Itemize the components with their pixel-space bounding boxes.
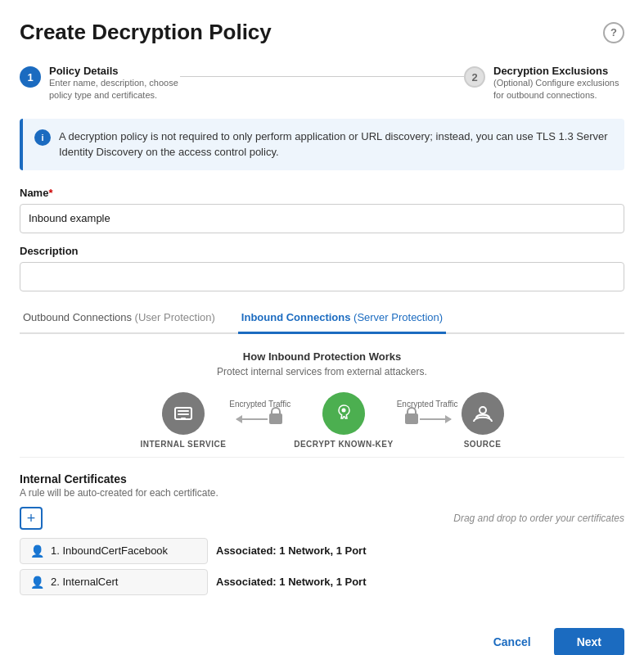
modal-header: Create Decryption Policy ? xyxy=(20,20,624,45)
left-arrow xyxy=(236,413,284,424)
decrypt-known-key-label: DECRYPT KNOWN-KEY xyxy=(294,440,393,449)
description-label: Description xyxy=(20,245,624,257)
step-1-desc: Enter name, description, choose policy t… xyxy=(49,77,180,102)
step-2-desc: (Optional) Configure exclusions for outb… xyxy=(493,77,624,102)
cert-row-1: 👤 1. InboundCertFacebook Associated: 1 N… xyxy=(20,538,624,564)
left-arrowhead xyxy=(236,415,242,423)
drag-hint: Drag and drop to order your certificates xyxy=(453,513,624,524)
modal-container: Create Decryption Policy ? 1 Policy Deta… xyxy=(0,0,644,655)
connection-tabs: Outbound Connections (User Protection) I… xyxy=(20,303,624,334)
info-icon: i xyxy=(34,129,51,146)
step-2-number: 2 xyxy=(464,66,485,88)
svg-rect-2 xyxy=(178,413,189,415)
footer: Cancel Next xyxy=(20,615,624,655)
cert-1-icon: 👤 xyxy=(30,544,44,558)
info-banner: i A decryption policy is not required to… xyxy=(20,119,624,170)
cancel-button[interactable]: Cancel xyxy=(480,629,544,655)
diagram-section: How Inbound Protection Works Protect int… xyxy=(20,334,624,458)
step-1-label: Policy Details xyxy=(49,65,180,77)
tab-inbound-type: (Server Protection) xyxy=(350,311,443,323)
node-internal-service: INTERNAL SERVICE xyxy=(140,392,226,449)
source-icon xyxy=(462,392,504,435)
step-2: 2 Decryption Exclusions (Optional) Confi… xyxy=(464,65,624,102)
next-button[interactable]: Next xyxy=(554,628,624,655)
certificates-title: Internal Certificates xyxy=(20,472,624,486)
info-text: A decryption policy is not required to o… xyxy=(59,129,613,160)
left-arrow-label: Encrypted Traffic xyxy=(229,400,290,409)
step-2-text: Decryption Exclusions (Optional) Configu… xyxy=(493,65,624,102)
internal-service-icon xyxy=(162,392,205,435)
add-certificate-button[interactable]: + xyxy=(20,507,43,530)
tab-outbound-label: Outbound Connections xyxy=(23,311,132,323)
node-decrypt-known-key: DECRYPT KNOWN-KEY xyxy=(294,392,393,449)
tab-outbound[interactable]: Outbound Connections (User Protection) xyxy=(20,303,218,334)
diagram-flow: INTERNAL SERVICE Encrypted Traffic xyxy=(20,392,624,449)
tab-inbound[interactable]: Inbound Connections (Server Protection) xyxy=(238,303,446,334)
right-arrow-label: Encrypted Traffic xyxy=(397,400,458,409)
steps-container: 1 Policy Details Enter name, description… xyxy=(20,65,624,102)
cert-1-name: 1. InboundCertFacebook xyxy=(51,544,168,557)
right-arrow xyxy=(403,413,451,424)
right-arrow-line xyxy=(420,418,451,420)
tab-inbound-label: Inbound Connections xyxy=(241,311,351,323)
certificates-subtitle: A rule will be auto-created for each cer… xyxy=(20,487,624,499)
node-source: SOURCE xyxy=(462,392,504,449)
certificates-section: Internal Certificates A rule will be aut… xyxy=(20,472,624,595)
name-input[interactable] xyxy=(20,204,624,233)
step-2-label: Decryption Exclusions xyxy=(493,65,624,77)
help-icon[interactable]: ? xyxy=(603,22,624,43)
diagram-title: How Inbound Protection Works xyxy=(20,350,624,363)
svg-rect-1 xyxy=(178,410,189,412)
lock-left xyxy=(269,413,282,424)
svg-rect-3 xyxy=(181,418,186,419)
left-arrow-line xyxy=(236,418,268,420)
description-field-section: Description xyxy=(20,245,624,291)
cert-row-2: 👤 2. InternalCert Associated: 1 Network,… xyxy=(20,569,624,595)
certificate-list: 👤 1. InboundCertFacebook Associated: 1 N… xyxy=(20,538,624,595)
page-title: Create Decryption Policy xyxy=(20,20,272,45)
source-label: SOURCE xyxy=(464,440,502,449)
right-arrow-group: Encrypted Traffic xyxy=(397,400,458,424)
tab-outbound-type: (User Protection) xyxy=(132,311,215,323)
svg-point-5 xyxy=(480,407,486,413)
step-1-number: 1 xyxy=(20,66,41,88)
cert-2-name: 2. InternalCert xyxy=(51,576,118,588)
certificates-toolbar: + Drag and drop to order your certificat… xyxy=(20,507,624,530)
name-field-section: Name* xyxy=(20,187,624,233)
decrypt-known-key-icon xyxy=(322,392,365,435)
step-1-text: Policy Details Enter name, description, … xyxy=(49,65,180,102)
description-input[interactable] xyxy=(20,262,624,291)
right-arrowhead xyxy=(445,415,452,423)
cert-item-2[interactable]: 👤 2. InternalCert xyxy=(20,569,208,595)
step-1: 1 Policy Details Enter name, description… xyxy=(20,65,180,102)
left-arrow-group: Encrypted Traffic xyxy=(229,400,290,424)
cert-1-association: Associated: 1 Network, 1 Port xyxy=(216,544,367,557)
internal-service-label: INTERNAL SERVICE xyxy=(140,440,226,449)
cert-item-1[interactable]: 👤 1. InboundCertFacebook xyxy=(20,538,208,564)
svg-point-4 xyxy=(341,408,345,412)
name-label: Name* xyxy=(20,187,624,199)
step-divider xyxy=(180,76,464,77)
diagram-subtitle: Protect internal services from external … xyxy=(20,366,624,377)
cert-2-icon: 👤 xyxy=(30,576,44,589)
lock-right xyxy=(405,413,418,424)
cert-2-association: Associated: 1 Network, 1 Port xyxy=(216,576,367,588)
